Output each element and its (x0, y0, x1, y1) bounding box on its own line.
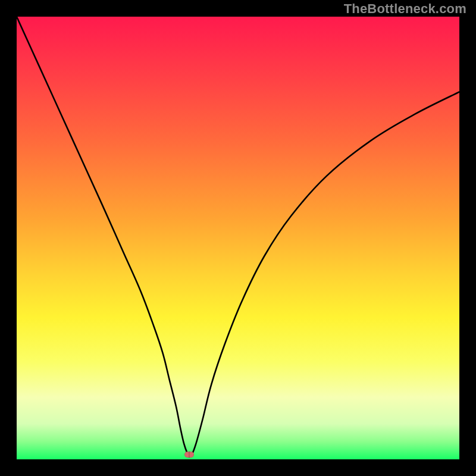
watermark-text: TheBottleneck.com (344, 1, 466, 17)
bottleneck-curve (17, 17, 459, 457)
optimal-point-marker (184, 452, 194, 458)
line-chart-svg (17, 17, 459, 459)
plot-area (17, 17, 459, 459)
chart-frame: TheBottleneck.com (0, 0, 476, 476)
